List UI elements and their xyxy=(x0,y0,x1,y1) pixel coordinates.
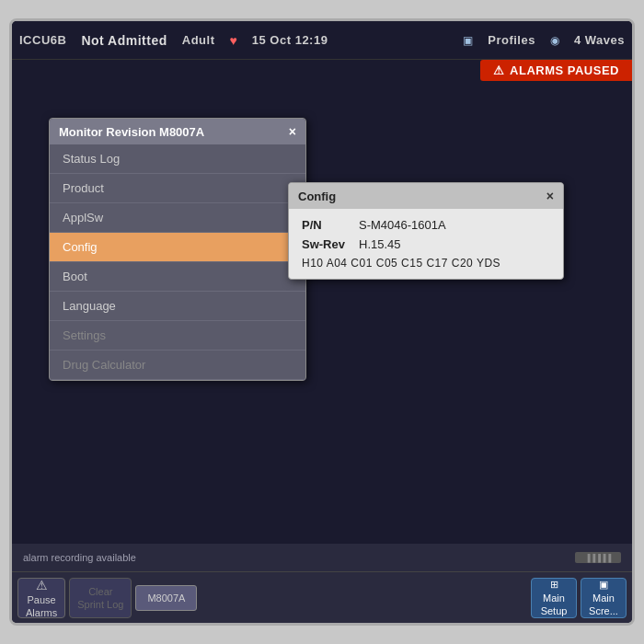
pause-alarms-button[interactable]: ⚠ Pause Alarms xyxy=(17,578,65,618)
clear-sprint-button[interactable]: Clear Sprint Log xyxy=(69,578,132,618)
main-area: Monitor Revision M8007A × Status Log Pro… xyxy=(12,81,632,544)
revision-dialog-title: Monitor Revision M8007A xyxy=(59,125,204,139)
recording-text: alarm recording available xyxy=(23,552,136,563)
menu-item-language[interactable]: Language xyxy=(50,292,305,321)
config-sw-value: H.15.45 xyxy=(359,237,401,251)
config-codes: H10 A04 C01 C05 C15 C17 C20 YDS xyxy=(302,257,550,270)
revision-dialog: Monitor Revision M8007A × Status Log Pro… xyxy=(49,118,306,381)
unit-label: ICCU6B xyxy=(19,33,66,47)
heart-icon: ♥ xyxy=(229,33,236,48)
revision-dialog-close[interactable]: × xyxy=(289,124,296,139)
config-dialog-body: P/N S-M4046-1601A Sw-Rev H.15.45 H10 A04… xyxy=(289,209,563,279)
config-dialog-title: Config xyxy=(298,190,336,203)
waves-label: 4 Waves xyxy=(574,33,625,47)
alarm-triangle-icon: ⚠ xyxy=(493,63,505,77)
menu-item-drug-calc: Drug Calculator xyxy=(50,351,305,380)
config-dialog-close[interactable]: × xyxy=(546,189,554,203)
config-sw-row: Sw-Rev H.15.45 xyxy=(302,237,550,251)
main-setup-icon: ⊞ xyxy=(550,579,558,591)
profiles-label: Profiles xyxy=(488,33,535,47)
admit-status: Not Admitted xyxy=(81,33,167,48)
alarms-row: ⚠ ALARMS PAUSED xyxy=(12,60,632,81)
menu-item-product[interactable]: Product xyxy=(50,174,305,203)
menu-item-status-log[interactable]: Status Log xyxy=(50,144,305,174)
sprint-label: Sprint Log xyxy=(77,599,123,610)
config-dialog-titlebar: Config × xyxy=(289,183,563,209)
button-row: ⚠ Pause Alarms Clear Sprint Log M8007A ⊞… xyxy=(12,571,632,623)
model-label: M8007A xyxy=(135,585,197,611)
menu-item-config[interactable]: Config xyxy=(50,233,305,262)
config-pn-row: P/N S-M4046-1601A xyxy=(302,218,550,232)
clear-label: Clear xyxy=(88,586,112,597)
pause-label: Pause xyxy=(28,594,56,605)
monitor-frame: ICCU6B Not Admitted Adult ♥ 15 Oct 12:19… xyxy=(9,18,635,626)
main-setup-button[interactable]: ⊞ Main Setup xyxy=(531,578,577,618)
main-screen-label: Main xyxy=(592,592,615,604)
menu-item-boot[interactable]: Boot xyxy=(50,262,305,292)
config-sw-label: Sw-Rev xyxy=(302,237,348,251)
config-dialog: Config × P/N S-M4046-1601A Sw-Rev H.15.4… xyxy=(288,182,564,280)
menu-item-settings: Settings xyxy=(50,321,305,351)
main-screen-button[interactable]: ▣ Main Scre... xyxy=(581,578,627,618)
bottom-status-bar: alarm recording available ▐▐▐▐▐ xyxy=(12,544,632,571)
recording-bars-icon: ▐▐▐▐▐ xyxy=(585,554,611,562)
status-bar: ICCU6B Not Admitted Adult ♥ 15 Oct 12:19… xyxy=(12,21,632,60)
revision-dialog-titlebar: Monitor Revision M8007A × xyxy=(50,119,305,144)
main-screen-icon: ▣ xyxy=(599,579,608,591)
datetime: 15 Oct 12:19 xyxy=(252,33,328,47)
menu-item-applsw[interactable]: ApplSw xyxy=(50,203,305,233)
main-setup-label: Main xyxy=(543,592,565,604)
alarms-label: Alarms xyxy=(26,607,57,618)
config-pn-label: P/N xyxy=(302,218,348,232)
patient-type: Adult xyxy=(182,33,215,47)
recording-indicator: ▐▐▐▐▐ xyxy=(575,552,621,563)
config-pn-value: S-M4046-1601A xyxy=(359,218,446,232)
alarms-text: ALARMS PAUSED xyxy=(510,63,619,77)
alarms-banner[interactable]: ⚠ ALARMS PAUSED xyxy=(480,60,632,81)
pause-triangle-icon: ⚠ xyxy=(36,578,48,592)
waves-icon: ◉ xyxy=(550,34,559,47)
profiles-icon: ▣ xyxy=(463,34,473,47)
